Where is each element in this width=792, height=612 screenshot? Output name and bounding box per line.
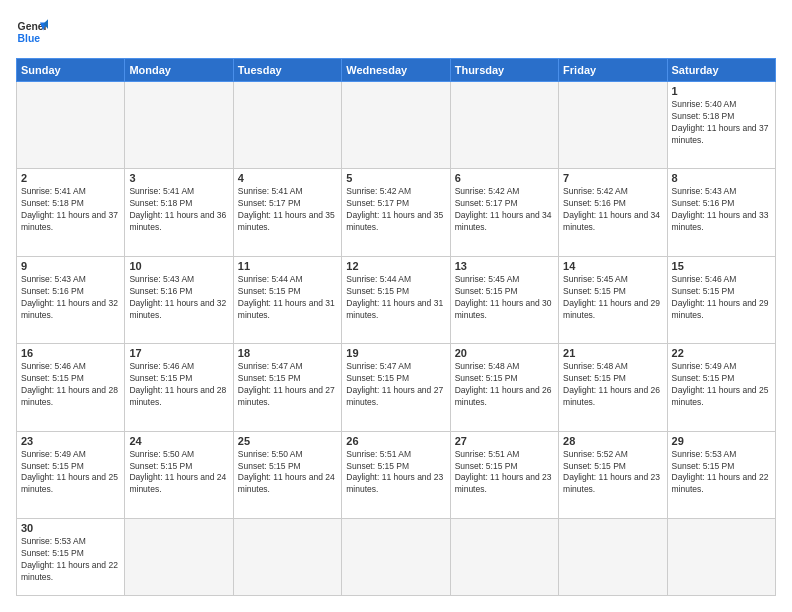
day-number: 10 xyxy=(129,260,228,272)
day-number: 1 xyxy=(672,85,771,97)
day-number: 13 xyxy=(455,260,554,272)
day-cell: 8Sunrise: 5:43 AM Sunset: 5:16 PM Daylig… xyxy=(667,169,775,256)
day-info: Sunrise: 5:48 AM Sunset: 5:15 PM Dayligh… xyxy=(563,361,662,409)
logo: General Blue xyxy=(16,16,48,48)
day-cell: 7Sunrise: 5:42 AM Sunset: 5:16 PM Daylig… xyxy=(559,169,667,256)
day-cell: 18Sunrise: 5:47 AM Sunset: 5:15 PM Dayli… xyxy=(233,344,341,431)
day-number: 12 xyxy=(346,260,445,272)
day-info: Sunrise: 5:46 AM Sunset: 5:15 PM Dayligh… xyxy=(672,274,771,322)
day-info: Sunrise: 5:51 AM Sunset: 5:15 PM Dayligh… xyxy=(455,449,554,497)
weekday-header-row: SundayMondayTuesdayWednesdayThursdayFrid… xyxy=(17,59,776,82)
week-row-4: 16Sunrise: 5:46 AM Sunset: 5:15 PM Dayli… xyxy=(17,344,776,431)
weekday-monday: Monday xyxy=(125,59,233,82)
day-info: Sunrise: 5:44 AM Sunset: 5:15 PM Dayligh… xyxy=(346,274,445,322)
day-info: Sunrise: 5:48 AM Sunset: 5:15 PM Dayligh… xyxy=(455,361,554,409)
week-row-6: 30Sunrise: 5:53 AM Sunset: 5:15 PM Dayli… xyxy=(17,519,776,596)
day-number: 14 xyxy=(563,260,662,272)
day-number: 16 xyxy=(21,347,120,359)
week-row-5: 23Sunrise: 5:49 AM Sunset: 5:15 PM Dayli… xyxy=(17,431,776,518)
day-cell: 12Sunrise: 5:44 AM Sunset: 5:15 PM Dayli… xyxy=(342,256,450,343)
weekday-thursday: Thursday xyxy=(450,59,558,82)
day-info: Sunrise: 5:47 AM Sunset: 5:15 PM Dayligh… xyxy=(346,361,445,409)
day-number: 26 xyxy=(346,435,445,447)
weekday-friday: Friday xyxy=(559,59,667,82)
calendar-table: SundayMondayTuesdayWednesdayThursdayFrid… xyxy=(16,58,776,596)
day-number: 8 xyxy=(672,172,771,184)
day-info: Sunrise: 5:51 AM Sunset: 5:15 PM Dayligh… xyxy=(346,449,445,497)
day-cell: 5Sunrise: 5:42 AM Sunset: 5:17 PM Daylig… xyxy=(342,169,450,256)
day-info: Sunrise: 5:52 AM Sunset: 5:15 PM Dayligh… xyxy=(563,449,662,497)
day-number: 25 xyxy=(238,435,337,447)
page: General Blue SundayMondayTuesdayWednesda… xyxy=(0,0,792,612)
day-info: Sunrise: 5:41 AM Sunset: 5:18 PM Dayligh… xyxy=(21,186,120,234)
day-cell: 15Sunrise: 5:46 AM Sunset: 5:15 PM Dayli… xyxy=(667,256,775,343)
day-cell: 1Sunrise: 5:40 AM Sunset: 5:18 PM Daylig… xyxy=(667,82,775,169)
day-cell: 21Sunrise: 5:48 AM Sunset: 5:15 PM Dayli… xyxy=(559,344,667,431)
day-cell: 23Sunrise: 5:49 AM Sunset: 5:15 PM Dayli… xyxy=(17,431,125,518)
day-cell: 2Sunrise: 5:41 AM Sunset: 5:18 PM Daylig… xyxy=(17,169,125,256)
day-cell xyxy=(125,82,233,169)
weekday-tuesday: Tuesday xyxy=(233,59,341,82)
day-number: 9 xyxy=(21,260,120,272)
day-info: Sunrise: 5:46 AM Sunset: 5:15 PM Dayligh… xyxy=(129,361,228,409)
day-cell: 16Sunrise: 5:46 AM Sunset: 5:15 PM Dayli… xyxy=(17,344,125,431)
day-info: Sunrise: 5:44 AM Sunset: 5:15 PM Dayligh… xyxy=(238,274,337,322)
day-info: Sunrise: 5:40 AM Sunset: 5:18 PM Dayligh… xyxy=(672,99,771,147)
day-cell xyxy=(559,82,667,169)
day-info: Sunrise: 5:45 AM Sunset: 5:15 PM Dayligh… xyxy=(563,274,662,322)
day-cell xyxy=(17,82,125,169)
day-number: 17 xyxy=(129,347,228,359)
day-info: Sunrise: 5:43 AM Sunset: 5:16 PM Dayligh… xyxy=(21,274,120,322)
day-info: Sunrise: 5:43 AM Sunset: 5:16 PM Dayligh… xyxy=(129,274,228,322)
week-row-2: 2Sunrise: 5:41 AM Sunset: 5:18 PM Daylig… xyxy=(17,169,776,256)
logo-icon: General Blue xyxy=(16,16,48,48)
day-cell: 6Sunrise: 5:42 AM Sunset: 5:17 PM Daylig… xyxy=(450,169,558,256)
day-cell: 25Sunrise: 5:50 AM Sunset: 5:15 PM Dayli… xyxy=(233,431,341,518)
day-info: Sunrise: 5:43 AM Sunset: 5:16 PM Dayligh… xyxy=(672,186,771,234)
day-number: 24 xyxy=(129,435,228,447)
day-cell: 9Sunrise: 5:43 AM Sunset: 5:16 PM Daylig… xyxy=(17,256,125,343)
day-info: Sunrise: 5:53 AM Sunset: 5:15 PM Dayligh… xyxy=(672,449,771,497)
day-number: 7 xyxy=(563,172,662,184)
day-cell: 20Sunrise: 5:48 AM Sunset: 5:15 PM Dayli… xyxy=(450,344,558,431)
day-cell: 19Sunrise: 5:47 AM Sunset: 5:15 PM Dayli… xyxy=(342,344,450,431)
day-cell xyxy=(667,519,775,596)
day-number: 4 xyxy=(238,172,337,184)
day-cell: 3Sunrise: 5:41 AM Sunset: 5:18 PM Daylig… xyxy=(125,169,233,256)
day-cell xyxy=(559,519,667,596)
day-cell: 30Sunrise: 5:53 AM Sunset: 5:15 PM Dayli… xyxy=(17,519,125,596)
day-cell: 4Sunrise: 5:41 AM Sunset: 5:17 PM Daylig… xyxy=(233,169,341,256)
day-cell: 10Sunrise: 5:43 AM Sunset: 5:16 PM Dayli… xyxy=(125,256,233,343)
day-cell: 29Sunrise: 5:53 AM Sunset: 5:15 PM Dayli… xyxy=(667,431,775,518)
day-number: 29 xyxy=(672,435,771,447)
day-cell xyxy=(125,519,233,596)
day-number: 18 xyxy=(238,347,337,359)
day-cell: 14Sunrise: 5:45 AM Sunset: 5:15 PM Dayli… xyxy=(559,256,667,343)
day-cell xyxy=(342,519,450,596)
day-number: 15 xyxy=(672,260,771,272)
header: General Blue xyxy=(16,16,776,48)
day-number: 3 xyxy=(129,172,228,184)
day-info: Sunrise: 5:42 AM Sunset: 5:17 PM Dayligh… xyxy=(455,186,554,234)
day-info: Sunrise: 5:41 AM Sunset: 5:17 PM Dayligh… xyxy=(238,186,337,234)
day-cell: 13Sunrise: 5:45 AM Sunset: 5:15 PM Dayli… xyxy=(450,256,558,343)
day-number: 21 xyxy=(563,347,662,359)
day-cell: 24Sunrise: 5:50 AM Sunset: 5:15 PM Dayli… xyxy=(125,431,233,518)
week-row-1: 1Sunrise: 5:40 AM Sunset: 5:18 PM Daylig… xyxy=(17,82,776,169)
day-info: Sunrise: 5:50 AM Sunset: 5:15 PM Dayligh… xyxy=(129,449,228,497)
day-number: 28 xyxy=(563,435,662,447)
day-info: Sunrise: 5:53 AM Sunset: 5:15 PM Dayligh… xyxy=(21,536,120,584)
day-cell: 17Sunrise: 5:46 AM Sunset: 5:15 PM Dayli… xyxy=(125,344,233,431)
day-info: Sunrise: 5:46 AM Sunset: 5:15 PM Dayligh… xyxy=(21,361,120,409)
day-info: Sunrise: 5:47 AM Sunset: 5:15 PM Dayligh… xyxy=(238,361,337,409)
day-number: 22 xyxy=(672,347,771,359)
svg-text:Blue: Blue xyxy=(18,33,41,44)
day-number: 20 xyxy=(455,347,554,359)
day-cell: 22Sunrise: 5:49 AM Sunset: 5:15 PM Dayli… xyxy=(667,344,775,431)
day-info: Sunrise: 5:42 AM Sunset: 5:16 PM Dayligh… xyxy=(563,186,662,234)
day-info: Sunrise: 5:49 AM Sunset: 5:15 PM Dayligh… xyxy=(672,361,771,409)
day-number: 27 xyxy=(455,435,554,447)
day-info: Sunrise: 5:49 AM Sunset: 5:15 PM Dayligh… xyxy=(21,449,120,497)
day-info: Sunrise: 5:41 AM Sunset: 5:18 PM Dayligh… xyxy=(129,186,228,234)
weekday-sunday: Sunday xyxy=(17,59,125,82)
